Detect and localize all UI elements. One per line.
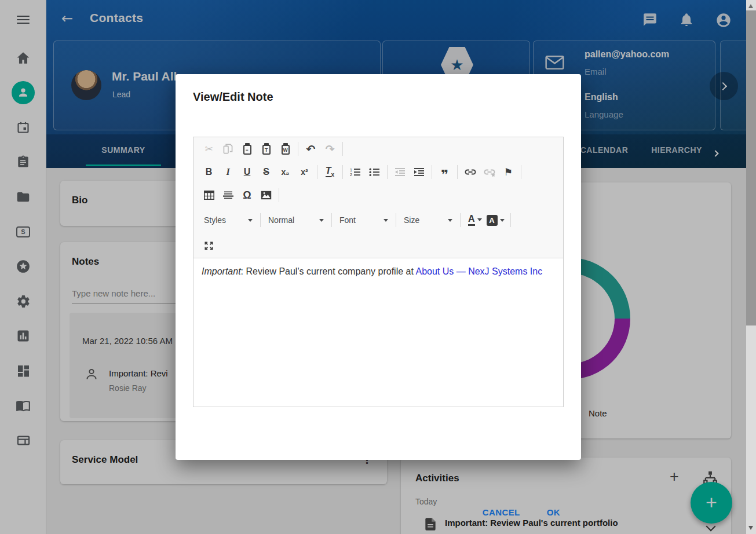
cut-button[interactable]: ✂ bbox=[199, 141, 218, 157]
insert-image-button[interactable] bbox=[257, 187, 276, 203]
increase-indent-button[interactable] bbox=[410, 164, 429, 180]
superscript-button[interactable]: x² bbox=[295, 164, 314, 180]
editor-toolbar-row-3: Ω bbox=[193, 184, 563, 207]
font-dropdown[interactable]: Font bbox=[335, 211, 393, 229]
horizontal-line-icon bbox=[223, 191, 233, 200]
note-body-text: : Review Paul's current company profile … bbox=[241, 266, 416, 276]
paste-plain-text-button[interactable]: T bbox=[257, 141, 276, 157]
subscript-button[interactable]: x₂ bbox=[276, 164, 295, 180]
numbered-list-button[interactable]: 12 bbox=[346, 164, 365, 180]
chevron-down-icon bbox=[448, 219, 452, 222]
paragraph-format-dropdown[interactable]: Normal bbox=[264, 211, 328, 229]
editor-toolbar-row-5 bbox=[193, 233, 563, 258]
editor-toolbar-row-1: ✂ ≡ T W ↶ ↷ bbox=[193, 137, 563, 160]
indent-icon bbox=[414, 167, 425, 177]
paste-icon: ≡ bbox=[243, 145, 251, 155]
editor-toolbar-row-4: Styles Normal Font Size A A bbox=[193, 207, 563, 233]
ok-button[interactable]: OK bbox=[547, 507, 560, 517]
unlink-button[interactable] bbox=[480, 164, 499, 180]
link-icon bbox=[465, 168, 476, 176]
image-icon bbox=[261, 191, 272, 200]
decrease-indent-button[interactable] bbox=[390, 164, 410, 180]
dialog-title: View/Edit Note bbox=[193, 90, 273, 104]
editor-content[interactable]: Important: Review Paul's current company… bbox=[193, 258, 563, 407]
horizontal-line-button[interactable] bbox=[218, 187, 238, 203]
bold-button[interactable]: B bbox=[199, 164, 218, 180]
app-window: S ← Contacts bbox=[0, 0, 756, 534]
paste-text-icon: T bbox=[262, 145, 271, 155]
note-body-link[interactable]: About Us — NexJ Systems Inc bbox=[415, 266, 542, 276]
remove-format-button[interactable]: Tx bbox=[320, 164, 339, 180]
underline-button[interactable]: U bbox=[238, 164, 257, 180]
view-edit-note-dialog: View/Edit Note ✂ ≡ T W ↶ ↷ B I U bbox=[176, 74, 581, 460]
dialog-actions: CANCEL OK bbox=[483, 507, 560, 517]
svg-text:2: 2 bbox=[350, 173, 352, 177]
chevron-down-icon bbox=[384, 219, 388, 222]
styles-dropdown[interactable]: Styles bbox=[199, 211, 257, 229]
blockquote-button[interactable]: ❞ bbox=[435, 164, 454, 180]
undo-button[interactable]: ↶ bbox=[301, 141, 320, 157]
scrollbar-down-arrow[interactable] bbox=[748, 526, 753, 530]
cancel-button[interactable]: CANCEL bbox=[483, 507, 520, 517]
paste-button[interactable]: ≡ bbox=[238, 141, 257, 157]
page-scrollbar[interactable] bbox=[746, 0, 756, 534]
bulleted-list-button[interactable] bbox=[365, 164, 384, 180]
redo-button[interactable]: ↷ bbox=[320, 141, 339, 157]
ordered-list-icon: 12 bbox=[350, 167, 361, 177]
background-color-icon: A bbox=[487, 215, 498, 226]
unordered-list-icon bbox=[369, 167, 380, 177]
anchor-button[interactable]: ⚑ bbox=[499, 164, 518, 180]
insert-table-button[interactable] bbox=[199, 187, 218, 203]
italic-button[interactable]: I bbox=[218, 164, 238, 180]
maximize-icon bbox=[204, 241, 214, 251]
link-button[interactable] bbox=[461, 164, 480, 180]
table-icon bbox=[204, 191, 214, 200]
remove-format-icon: Tx bbox=[326, 166, 334, 178]
rich-text-editor: ✂ ≡ T W ↶ ↷ B I U S x₂ x² T bbox=[193, 137, 564, 407]
svg-text:1: 1 bbox=[350, 168, 352, 172]
outdent-icon bbox=[395, 167, 406, 177]
unlink-icon bbox=[484, 167, 495, 177]
text-color-icon: A bbox=[468, 214, 475, 226]
maximize-button[interactable] bbox=[199, 237, 218, 254]
scrollbar-up-arrow[interactable] bbox=[748, 4, 753, 8]
copy-button[interactable] bbox=[218, 141, 238, 157]
text-color-button[interactable]: A bbox=[468, 214, 482, 226]
size-dropdown[interactable]: Size bbox=[399, 211, 457, 229]
paste-word-icon: W bbox=[282, 145, 290, 155]
chevron-down-icon bbox=[319, 219, 324, 222]
special-character-button[interactable]: Ω bbox=[238, 187, 257, 203]
scrollbar-thumb[interactable] bbox=[746, 10, 756, 325]
editor-toolbar-row-2: B I U S x₂ x² Tx 12 bbox=[193, 160, 563, 184]
note-body-italic: Important bbox=[202, 266, 241, 276]
chevron-down-icon bbox=[248, 219, 253, 222]
copy-icon bbox=[223, 144, 233, 154]
strikethrough-button[interactable]: S bbox=[257, 164, 276, 180]
background-color-button[interactable]: A bbox=[487, 215, 505, 226]
paste-from-word-button[interactable]: W bbox=[276, 141, 295, 157]
